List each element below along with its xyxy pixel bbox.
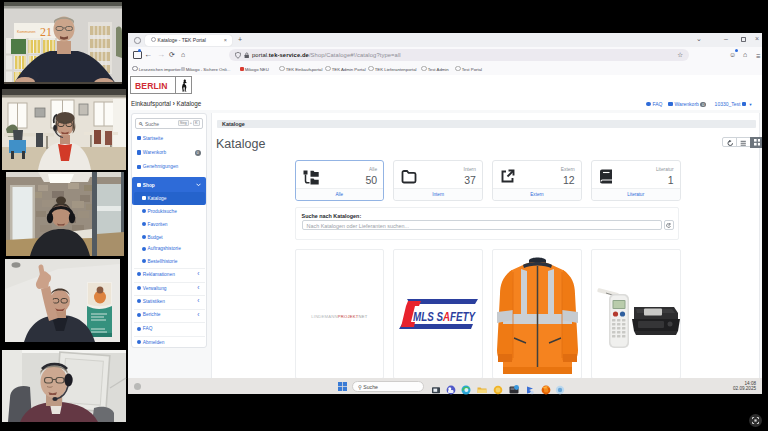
svg-text:Kommunen: Kommunen	[17, 30, 35, 34]
svg-text:21: 21	[40, 25, 52, 39]
svg-text:MLS SAFETY: MLS SAFETY	[413, 309, 476, 324]
